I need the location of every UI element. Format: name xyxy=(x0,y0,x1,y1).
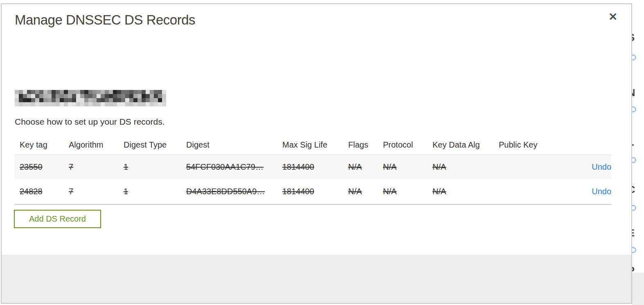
table-body: 235507154FCF030AA1C79…1814400N/AN/AN/AUn… xyxy=(15,155,611,204)
column-header: Algorithm xyxy=(64,135,119,155)
column-header: Key Data Alg xyxy=(428,135,494,155)
table-cell: D4A33E8DD550A9… xyxy=(181,179,277,204)
dnssec-modal: Manage DNSSEC DS Records ✕ Choose how to… xyxy=(1,3,632,304)
table-cell: 1 xyxy=(119,179,181,204)
table-row: 235507154FCF030AA1C79…1814400N/AN/AN/AUn… xyxy=(15,155,611,179)
ds-records-table: Key tagAlgorithmDigest TypeDigestMax Sig… xyxy=(15,135,611,205)
table-cell: 1 xyxy=(119,155,181,179)
table-cell: 7 xyxy=(64,155,119,179)
table-cell: N/A xyxy=(378,155,428,179)
table-cell: 24828 xyxy=(15,179,64,204)
column-header: Public Key xyxy=(494,135,551,155)
background-page-gray-section xyxy=(632,273,644,305)
close-icon[interactable]: ✕ xyxy=(607,10,619,24)
column-header: Digest xyxy=(181,135,277,155)
redacted-domain-name xyxy=(15,90,166,106)
column-header: Key tag xyxy=(15,135,64,155)
undo-link[interactable]: Undo xyxy=(592,162,611,171)
table-cell-action: Undo xyxy=(551,155,611,179)
column-header xyxy=(551,135,611,155)
table-cell: N/A xyxy=(378,179,428,204)
undo-link[interactable]: Undo xyxy=(592,187,611,196)
table-cell: N/A xyxy=(428,155,494,179)
table-cell: N/A xyxy=(343,155,378,179)
table-cell: 1814400 xyxy=(277,155,343,179)
add-ds-record-button[interactable]: Add DS Record xyxy=(14,210,101,228)
table-cell: N/A xyxy=(343,179,378,204)
table-cell-action: Undo xyxy=(551,179,611,204)
modal-title: Manage DNSSEC DS Records xyxy=(15,12,195,28)
table-cell: 1814400 xyxy=(277,179,343,204)
table-cell: 23550 xyxy=(15,155,64,179)
column-header: Digest Type xyxy=(119,135,181,155)
table-header-row: Key tagAlgorithmDigest TypeDigestMax Sig… xyxy=(15,135,611,155)
instruction-text: Choose how to set up your DS records. xyxy=(15,117,165,127)
screen: PECLNS Manage DNSSEC DS Records ✕ Choose… xyxy=(0,0,644,305)
column-header: Flags xyxy=(343,135,378,155)
table-cell xyxy=(494,179,551,204)
table-row: 2482871D4A33E8DD550A9…1814400N/AN/AN/AUn… xyxy=(15,179,611,204)
column-header: Protocol xyxy=(378,135,428,155)
ds-records-table-wrap: Key tagAlgorithmDigest TypeDigestMax Sig… xyxy=(15,135,611,205)
table-cell: 7 xyxy=(64,179,119,204)
column-header: Max Sig Life xyxy=(277,135,343,155)
modal-footer: Save Cancel xyxy=(2,255,631,303)
table-cell: 54FCF030AA1C79… xyxy=(181,155,277,179)
table-cell: N/A xyxy=(428,179,494,204)
table-cell xyxy=(494,155,551,179)
